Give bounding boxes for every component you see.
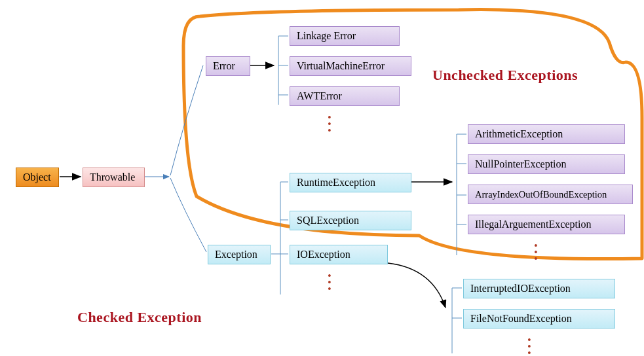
node-array-index-exception: ArrayIndexOutOfBoundException	[468, 185, 633, 204]
node-label: FileNotFoundException	[470, 313, 572, 325]
node-linkage-error: Linkage Error	[290, 26, 400, 46]
node-illegal-argument-exception: IllegalArguementException	[468, 215, 625, 234]
node-label: ArithmeticException	[475, 128, 563, 140]
node-label: Throwable	[90, 171, 135, 183]
node-label: AWTError	[297, 90, 342, 102]
node-interrupted-io-exception: InterruptedIOException	[463, 279, 615, 298]
node-label: ArrayIndexOutOfBoundException	[475, 189, 607, 200]
node-null-pointer-exception: NullPointerException	[468, 154, 625, 174]
node-exception: Exception	[208, 245, 271, 264]
node-virtual-machine-error: VirtualMachineError	[290, 56, 411, 76]
node-label: NullPointerException	[475, 158, 567, 170]
node-error: Error	[206, 56, 250, 76]
node-label: InterruptedIOException	[470, 283, 571, 294]
node-label: VirtualMachineError	[297, 60, 385, 72]
node-file-not-found-exception: FileNotFoundException	[463, 309, 615, 329]
node-awt-error: AWTError	[290, 86, 400, 106]
node-object: Object	[16, 168, 59, 187]
label-unchecked-exceptions: Unchecked Exceptions	[432, 67, 578, 84]
node-sql-exception: SQLException	[290, 211, 411, 230]
node-label: IOException	[297, 249, 350, 260]
node-arithmetic-exception: ArithmeticException	[468, 124, 625, 144]
node-io-exception: IOException	[290, 245, 388, 264]
node-throwable: Throwable	[83, 168, 145, 187]
node-label: Object	[23, 171, 51, 183]
label-checked-exception: Checked Exception	[77, 309, 202, 326]
node-label: Error	[213, 60, 235, 72]
node-runtime-exception: RuntimeException	[290, 173, 411, 192]
node-label: IllegalArguementException	[475, 219, 591, 230]
node-label: RuntimeException	[297, 177, 375, 188]
node-label: SQLException	[297, 215, 359, 226]
node-label: Linkage Error	[297, 30, 356, 42]
node-label: Exception	[215, 249, 257, 260]
